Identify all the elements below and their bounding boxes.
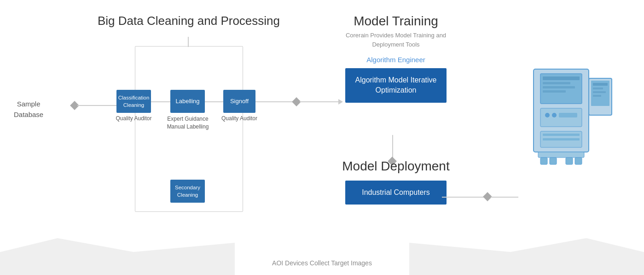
connector-label-to-signoff	[205, 101, 223, 102]
svg-rect-14	[540, 158, 547, 164]
algorithm-engineer-label: Algorithm Engineer	[331, 56, 460, 64]
quality-auditor-1-label: Quality Auditor	[114, 115, 153, 122]
bottom-wave-left	[0, 229, 235, 275]
svg-rect-15	[550, 158, 557, 164]
svg-rect-2	[543, 76, 580, 80]
industrial-computers-box: Industrial Computers	[345, 181, 447, 205]
model-training-section: Model Training Corerain Provides Model T…	[331, 14, 460, 103]
connector-after-diamond	[491, 197, 518, 198]
model-deployment-section: Model Deployment Industrial Computers	[331, 159, 460, 205]
connector-industrial-right	[442, 197, 488, 198]
model-training-subtitle: Corerain Provides Model Training and Dep…	[331, 31, 460, 49]
bottom-wave-right	[409, 229, 644, 275]
svg-rect-4	[543, 86, 575, 88]
svg-rect-9	[559, 113, 577, 117]
connector-class-to-label	[151, 101, 170, 102]
svg-point-8	[552, 113, 557, 117]
svg-rect-23	[593, 95, 601, 97]
quality-auditor-2-label: Quality Auditor	[221, 115, 258, 122]
svg-rect-13	[538, 152, 584, 158]
connector-title-to-rect	[188, 37, 189, 47]
connector-sample-to-class	[77, 105, 117, 106]
sample-database-label: Sample Database	[14, 99, 43, 120]
computer-illustration	[524, 64, 616, 170]
main-container: AOI Devices Collect Target Images Big Da…	[0, 0, 644, 275]
bottom-text: AOI Devices Collect Target Images	[272, 259, 372, 267]
expert-guidance-label: Expert Guidance Manual Labelling	[165, 115, 211, 131]
secondary-cleaning-box: Secondary Cleaning	[170, 180, 205, 203]
connector-signoff-to-diamond	[255, 101, 295, 102]
signoff-box: Signoff	[223, 90, 255, 113]
svg-rect-22	[593, 91, 606, 93]
model-deployment-title: Model Deployment	[331, 159, 460, 174]
svg-rect-5	[543, 90, 566, 93]
svg-rect-11	[543, 134, 580, 136]
classification-cleaning-box: Classification Cleaning	[116, 90, 151, 113]
algorithm-model-box: Algorithm Model Iterative Optimization	[345, 68, 447, 103]
svg-point-7	[545, 113, 550, 117]
svg-rect-20	[593, 83, 608, 86]
svg-rect-12	[543, 138, 580, 140]
svg-rect-21	[593, 88, 603, 89]
big-data-title: Big Data Cleaning and Processing	[98, 14, 280, 28]
model-training-title: Model Training	[331, 14, 460, 29]
svg-rect-16	[566, 158, 573, 164]
svg-rect-17	[575, 158, 582, 164]
labelling-box: Labelling	[170, 90, 205, 113]
svg-rect-3	[543, 82, 570, 84]
